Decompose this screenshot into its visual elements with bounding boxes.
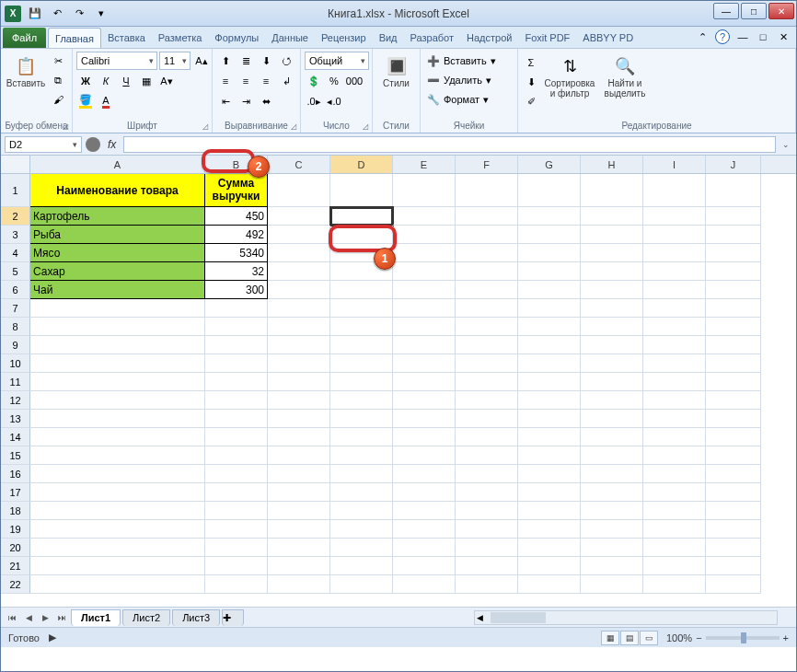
cell-c5[interactable] bbox=[268, 262, 330, 281]
expand-formula-bar-button[interactable]: ⌄ bbox=[780, 140, 792, 149]
sheet-tab-1[interactable]: Лист1 bbox=[71, 609, 121, 626]
cell-f1[interactable] bbox=[456, 174, 518, 207]
sheet-tab-3[interactable]: Лист3 bbox=[172, 609, 220, 626]
cell-c6[interactable] bbox=[268, 281, 330, 299]
cell-b10[interactable] bbox=[205, 354, 268, 373]
cell-d18[interactable] bbox=[330, 502, 393, 520]
cell-a11[interactable] bbox=[30, 373, 205, 391]
cell-h3[interactable] bbox=[581, 226, 643, 244]
cell-d21[interactable] bbox=[330, 557, 393, 575]
tab-abbyy[interactable]: ABBYY PD bbox=[576, 28, 640, 48]
cell-j15[interactable] bbox=[706, 446, 761, 465]
cell-b12[interactable] bbox=[205, 391, 268, 410]
col-header-c[interactable]: C bbox=[268, 156, 330, 173]
cell-j4[interactable] bbox=[706, 244, 761, 262]
row-header-18[interactable]: 18 bbox=[1, 502, 30, 520]
cell-e21[interactable] bbox=[393, 557, 456, 575]
cell-a2[interactable]: Картофель bbox=[30, 207, 205, 226]
cell-i16[interactable] bbox=[643, 465, 706, 483]
save-button[interactable]: 💾 bbox=[25, 5, 45, 23]
fill-button[interactable]: ⬇ bbox=[522, 73, 540, 91]
cell-a15[interactable] bbox=[30, 446, 205, 465]
cell-c11[interactable] bbox=[268, 373, 330, 391]
cell-e2[interactable] bbox=[393, 207, 456, 226]
align-left-button[interactable]: ≡ bbox=[216, 72, 235, 90]
cell-e18[interactable] bbox=[393, 502, 456, 520]
page-layout-view-button[interactable]: ▤ bbox=[620, 631, 639, 645]
col-header-g[interactable]: G bbox=[518, 156, 581, 173]
cell-h2[interactable] bbox=[581, 207, 643, 226]
cell-h9[interactable] bbox=[581, 336, 643, 354]
cell-b6[interactable]: 300 bbox=[205, 281, 268, 299]
cell-a1[interactable]: Наименование товара bbox=[30, 174, 205, 207]
orientation-button[interactable]: ⭯ bbox=[277, 52, 295, 70]
cell-g1[interactable] bbox=[518, 174, 581, 207]
col-header-a[interactable]: A bbox=[30, 156, 205, 173]
workbook-restore-button[interactable]: □ bbox=[756, 29, 770, 44]
cell-j5[interactable] bbox=[706, 262, 761, 281]
font-launcher[interactable]: ◿ bbox=[200, 121, 211, 132]
col-header-d[interactable]: D bbox=[330, 156, 393, 173]
cell-d7[interactable] bbox=[330, 299, 393, 318]
row-header-9[interactable]: 9 bbox=[1, 336, 30, 354]
row-header-7[interactable]: 7 bbox=[1, 299, 30, 318]
cell-g19[interactable] bbox=[518, 520, 581, 539]
cell-g21[interactable] bbox=[518, 557, 581, 575]
tab-insert[interactable]: Вставка bbox=[101, 28, 152, 48]
cell-g16[interactable] bbox=[518, 465, 581, 483]
sheet-nav-last[interactable]: ⏭ bbox=[54, 610, 69, 625]
clear-button[interactable]: ✐ bbox=[522, 92, 540, 110]
decrease-indent-button[interactable]: ⇤ bbox=[216, 92, 235, 110]
row-header-13[interactable]: 13 bbox=[1, 410, 30, 428]
row-header-16[interactable]: 16 bbox=[1, 465, 30, 483]
cell-d10[interactable] bbox=[330, 354, 393, 373]
cell-g12[interactable] bbox=[518, 391, 581, 410]
sheet-nav-first[interactable]: ⏮ bbox=[5, 610, 19, 625]
row-header-21[interactable]: 21 bbox=[1, 557, 30, 575]
cell-b9[interactable] bbox=[205, 336, 268, 354]
col-header-f[interactable]: F bbox=[456, 156, 518, 173]
zoom-in-button[interactable]: + bbox=[783, 632, 789, 643]
cell-c13[interactable] bbox=[268, 410, 330, 428]
cell-d17[interactable] bbox=[330, 483, 393, 502]
cell-d8[interactable] bbox=[330, 318, 393, 336]
cell-e6[interactable] bbox=[393, 281, 456, 299]
cell-h21[interactable] bbox=[581, 557, 643, 575]
cell-d20[interactable] bbox=[330, 539, 393, 557]
cell-h5[interactable] bbox=[581, 262, 643, 281]
cell-d19[interactable] bbox=[330, 520, 393, 539]
cell-h17[interactable] bbox=[581, 483, 643, 502]
cell-h12[interactable] bbox=[581, 391, 643, 410]
autosum-button[interactable]: Σ bbox=[522, 53, 540, 72]
cell-i4[interactable] bbox=[643, 244, 706, 262]
cell-h4[interactable] bbox=[581, 244, 643, 262]
cell-f10[interactable] bbox=[456, 354, 518, 373]
tab-formulas[interactable]: Формулы bbox=[208, 28, 265, 48]
row-header-19[interactable]: 19 bbox=[1, 520, 30, 539]
cell-d6[interactable] bbox=[330, 281, 393, 299]
worksheet-grid[interactable]: 1 Наименование товара Сумма выручки 2 Ка… bbox=[1, 174, 796, 607]
row-header-8[interactable]: 8 bbox=[1, 318, 30, 336]
sort-filter-button[interactable]: ⇅ Сортировка и фильтр bbox=[542, 52, 597, 98]
tab-addins[interactable]: Надстрой bbox=[460, 28, 518, 48]
cell-i9[interactable] bbox=[643, 336, 706, 354]
cell-h15[interactable] bbox=[581, 446, 643, 465]
merge-button[interactable]: ⬌ bbox=[257, 92, 275, 110]
tab-view[interactable]: Вид bbox=[373, 28, 404, 48]
cell-d2[interactable] bbox=[330, 207, 393, 226]
cell-g18[interactable] bbox=[518, 502, 581, 520]
tab-data[interactable]: Данные bbox=[265, 28, 315, 48]
cell-f18[interactable] bbox=[456, 502, 518, 520]
cell-i13[interactable] bbox=[643, 410, 706, 428]
cell-i8[interactable] bbox=[643, 318, 706, 336]
cell-b15[interactable] bbox=[205, 446, 268, 465]
cell-h11[interactable] bbox=[581, 373, 643, 391]
cell-a19[interactable] bbox=[30, 520, 205, 539]
normal-view-button[interactable]: ▦ bbox=[601, 631, 619, 645]
cell-i11[interactable] bbox=[643, 373, 706, 391]
cell-d14[interactable] bbox=[330, 428, 393, 446]
cell-h8[interactable] bbox=[581, 318, 643, 336]
row-header-10[interactable]: 10 bbox=[1, 354, 30, 373]
cell-j7[interactable] bbox=[706, 299, 761, 318]
tab-layout[interactable]: Разметка bbox=[152, 28, 209, 48]
